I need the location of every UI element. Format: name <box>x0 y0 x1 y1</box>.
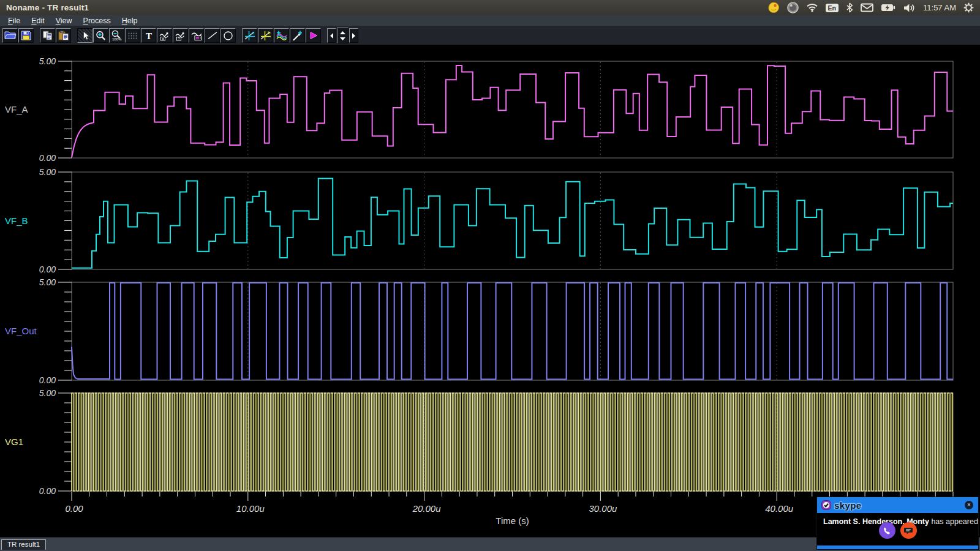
ellipse-button[interactable] <box>221 28 236 43</box>
menu-view[interactable]: View <box>50 17 78 25</box>
y-max-label-VF_B: 5.00 <box>39 167 56 177</box>
skype-notification: skype × Lamont S. Henderson, Monty has a… <box>816 497 979 550</box>
x-tick-label: 40.00u <box>765 503 794 514</box>
y-min-label-VF_Out: 0.00 <box>39 375 56 385</box>
x-tick-label: 30.00u <box>589 503 617 514</box>
toolbar: 100%Ta?ab <box>0 26 980 45</box>
skype-header[interactable]: skype × <box>817 497 978 513</box>
plot-area[interactable]: 5.000.00VF_A5.000.00VF_B5.000.00VF_Out5.… <box>0 45 980 538</box>
y-min-label-VF_A: 0.00 <box>39 153 56 163</box>
menu-edit[interactable]: Edit <box>26 17 50 25</box>
y-max-label-VG1: 5.00 <box>39 388 56 398</box>
zoom-100-button[interactable]: 100% <box>109 28 124 43</box>
svg-text:a: a <box>162 37 164 40</box>
menu-help[interactable]: Help <box>116 17 143 25</box>
skype-actions <box>817 522 978 539</box>
y-min-label-VG1: 0.00 <box>39 486 56 496</box>
grid-button[interactable] <box>125 28 140 43</box>
run-button[interactable] <box>306 28 321 43</box>
skype-logo-icon <box>821 500 831 510</box>
menubar: FileEditViewProcessHelp <box>0 15 980 26</box>
signal-label-VF_B: VF_B <box>5 216 28 226</box>
add-probe-button[interactable] <box>290 28 305 43</box>
page-spinner[interactable] <box>337 28 349 43</box>
system-tray: En11:57 AM <box>767 2 974 13</box>
line-button[interactable] <box>205 28 220 43</box>
svg-text:?: ? <box>178 37 179 40</box>
x-tick-label: 10.00u <box>236 503 265 514</box>
add-curves-button[interactable] <box>274 28 289 43</box>
session-gear-icon[interactable] <box>963 2 974 13</box>
y-max-label-VF_Out: 5.00 <box>39 277 56 287</box>
menu-file[interactable]: File <box>2 17 26 25</box>
text-button[interactable]: T <box>141 28 156 43</box>
titlebar[interactable]: Noname - TR result1 En11:57 AM <box>0 0 980 15</box>
chat-button[interactable] <box>900 522 917 539</box>
page-next-button[interactable] <box>349 28 358 43</box>
cursor-b-button[interactable]: ? <box>173 28 188 43</box>
app-yellow-icon[interactable] <box>767 2 780 13</box>
menu-process[interactable]: Process <box>78 17 116 25</box>
svg-text:b: b <box>268 30 271 36</box>
legend-button[interactable] <box>189 28 204 43</box>
skype-logo-text: skype <box>834 500 862 511</box>
zoom-in-button[interactable] <box>93 28 108 43</box>
y-min-label-VF_B: 0.00 <box>39 264 56 274</box>
window-title: Noname - TR result1 <box>6 3 89 12</box>
cursor-a-button[interactable]: a <box>157 28 172 43</box>
x-axis-title: Time (s) <box>496 515 529 526</box>
bluetooth-icon[interactable] <box>846 2 853 13</box>
copy-button[interactable] <box>40 28 55 43</box>
open-button[interactable] <box>2 28 18 43</box>
y-max-label-VF_A: 5.00 <box>39 56 56 66</box>
wifi-icon[interactable] <box>806 3 818 12</box>
signal-label-VG1: VG1 <box>5 437 23 447</box>
svg-text:T: T <box>145 31 151 40</box>
keyboard-layout-indicator[interactable]: En <box>826 4 839 12</box>
skype-footer-bar <box>817 545 978 549</box>
svg-text:a: a <box>252 30 255 36</box>
mail-icon[interactable] <box>861 3 873 12</box>
save-button[interactable] <box>18 28 34 43</box>
tab-tr-result1[interactable]: TR result1 <box>1 539 46 550</box>
page-prev-button[interactable] <box>327 28 336 43</box>
signal-label-VF_A: VF_A <box>5 104 28 114</box>
select-button[interactable] <box>77 28 92 43</box>
call-button[interactable] <box>879 522 895 539</box>
svg-text:100%: 100% <box>112 37 122 41</box>
app-window: Noname - TR result1 En11:57 AM FileEditV… <box>0 0 980 551</box>
volume-icon[interactable] <box>903 3 916 13</box>
app-sphere-icon[interactable] <box>787 2 799 13</box>
x-tick-label: 20.00u <box>412 503 442 514</box>
signal-label-VF_Out: VF_Out <box>5 326 37 336</box>
paste-button[interactable] <box>56 28 71 43</box>
close-icon[interactable]: × <box>965 501 973 509</box>
axis-a-button[interactable]: a <box>242 28 257 43</box>
axis-b-button[interactable]: b <box>258 28 273 43</box>
clock-text[interactable]: 11:57 AM <box>923 3 956 12</box>
x-tick-label: 0.00 <box>65 503 83 514</box>
battery-icon[interactable] <box>881 4 895 12</box>
